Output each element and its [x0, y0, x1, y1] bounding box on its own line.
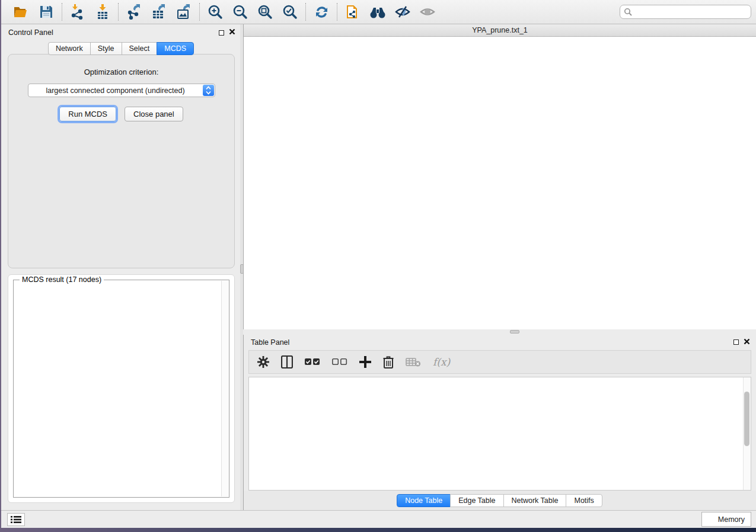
refresh-icon[interactable] [313, 4, 330, 20]
tab-motifs[interactable]: Motifs [566, 494, 602, 507]
list-icon [11, 515, 21, 524]
mcds-tab-content: Optimization criterion: largest connecte… [8, 54, 235, 268]
float-panel-icon[interactable] [219, 30, 224, 36]
select-all-rows-icon[interactable] [305, 354, 320, 370]
float-table-panel-icon[interactable] [733, 339, 739, 345]
main-toolbar [1, 0, 756, 24]
memory-status-icon [708, 516, 714, 523]
network-graph-canvas[interactable] [244, 37, 756, 329]
open-file-icon[interactable] [13, 4, 30, 20]
status-bar: Memory [1, 510, 756, 528]
tab-edge-table[interactable]: Edge Table [450, 494, 503, 507]
table-scrollbar-thumb[interactable] [744, 392, 749, 446]
deselect-all-rows-icon[interactable] [332, 354, 347, 370]
tab-node-table[interactable]: Node Table [397, 494, 451, 507]
optimization-criterion-label: Optimization criterion: [8, 68, 234, 76]
zoom-out-icon[interactable] [232, 4, 248, 20]
network-title: YPA_prune.txt_1 [244, 26, 756, 34]
save-icon[interactable] [38, 4, 55, 20]
import-table-icon[interactable] [94, 4, 111, 20]
tab-select[interactable]: Select [122, 42, 158, 55]
mcds-result-panel: MCDS result (17 nodes) [8, 274, 235, 503]
close-panel-button[interactable]: Close panel [125, 107, 183, 121]
search-field-container [620, 5, 751, 19]
criterion-select-value: largest connected component (undirected) [28, 86, 215, 95]
network-document-icon[interactable] [344, 4, 361, 20]
mcds-result-title: MCDS result (17 nodes) [20, 275, 104, 284]
table-tabbar: Node Table Edge Table Network Table Moti… [244, 491, 756, 510]
export-image-icon[interactable] [176, 4, 192, 20]
table-toolbar: f(x) [248, 350, 751, 374]
table-scrollbar[interactable] [743, 377, 751, 490]
select-stepper-icon [203, 85, 214, 96]
memory-button-label: Memory [718, 515, 745, 524]
zoom-selected-icon[interactable] [282, 4, 298, 20]
node-table [248, 377, 751, 491]
export-network-icon[interactable] [126, 4, 142, 20]
control-panel: Control Panel Network Style Select MCDS … [2, 24, 240, 510]
search-input[interactable] [620, 5, 751, 19]
binoculars-icon[interactable] [369, 4, 386, 20]
table-panel: Table Panel [243, 335, 756, 510]
delete-table-icon [406, 354, 421, 370]
table-panel-title: Table Panel [251, 338, 289, 347]
hide-selected-icon[interactable] [394, 4, 411, 20]
control-panel-tabbar: Network Style Select MCDS [2, 42, 240, 55]
application-window: Control Panel Network Style Select MCDS … [1, 0, 756, 528]
tab-network[interactable]: Network [48, 42, 91, 55]
tab-network-table[interactable]: Network Table [503, 494, 567, 507]
mcds-result-scrollbar[interactable] [221, 281, 228, 496]
show-eye-icon [419, 4, 436, 20]
delete-column-icon[interactable] [383, 354, 394, 370]
table-settings-gear-icon[interactable] [257, 354, 269, 370]
export-table-icon[interactable] [151, 4, 167, 20]
close-table-panel-icon[interactable] [744, 338, 750, 347]
zoom-in-icon[interactable] [207, 4, 224, 20]
function-builder-icon: f(x) [433, 354, 450, 370]
task-history-button[interactable] [7, 513, 25, 526]
criterion-select[interactable]: largest connected component (undirected) [28, 84, 215, 97]
add-column-icon[interactable] [359, 354, 371, 370]
memory-button[interactable]: Memory [701, 512, 751, 527]
network-titlebar[interactable]: YPA_prune.txt_1 [244, 24, 756, 37]
search-icon [624, 8, 632, 18]
import-network-icon[interactable] [69, 4, 86, 20]
control-panel-title: Control Panel [8, 28, 53, 37]
zoom-fit-icon[interactable] [257, 4, 273, 20]
close-panel-icon[interactable] [229, 28, 235, 37]
tab-style[interactable]: Style [90, 42, 122, 55]
show-columns-icon[interactable] [281, 354, 293, 370]
tab-mcds[interactable]: MCDS [157, 42, 194, 55]
run-mcds-button[interactable]: Run MCDS [59, 107, 116, 121]
network-view-frame: YPA_prune.txt_1 [243, 24, 756, 329]
mcds-result-list[interactable] [14, 284, 221, 496]
